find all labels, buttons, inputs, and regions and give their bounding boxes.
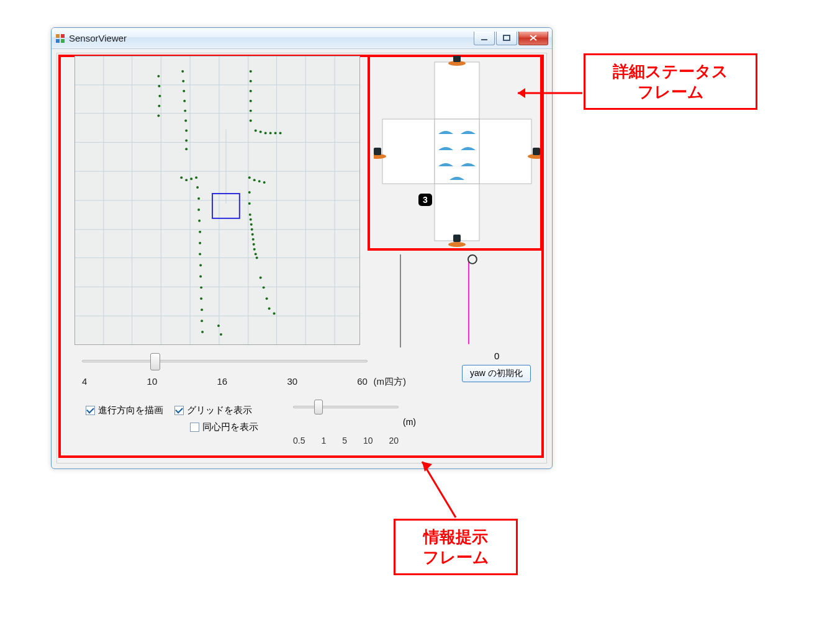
svg-point-41: [185, 148, 187, 150]
svg-point-83: [252, 238, 255, 241]
svg-point-88: [260, 276, 262, 279]
circle-slider-unit: (m): [403, 417, 416, 427]
svg-point-56: [200, 297, 202, 300]
checkbox-show-grid[interactable]: グリッドを表示: [174, 405, 252, 416]
svg-rect-95: [435, 62, 479, 119]
svg-point-79: [250, 218, 252, 221]
circle-slider-thumb[interactable]: [314, 400, 323, 414]
svg-point-102: [448, 242, 466, 247]
svg-rect-97: [382, 119, 435, 184]
svg-point-85: [253, 248, 256, 251]
svg-point-40: [185, 139, 187, 141]
svg-point-42: [180, 176, 183, 179]
svg-point-28: [157, 75, 160, 78]
svg-point-39: [185, 129, 187, 132]
svg-point-29: [158, 85, 160, 87]
circle-tick: 5: [342, 436, 347, 446]
svg-point-86: [255, 253, 257, 256]
maximize-button[interactable]: [496, 32, 517, 45]
yaw-canvas: [400, 254, 536, 347]
svg-point-64: [250, 110, 252, 112]
svg-point-50: [199, 231, 201, 233]
svg-point-30: [158, 95, 161, 97]
status-panel: 3: [374, 56, 540, 248]
svg-point-74: [258, 180, 261, 182]
svg-point-68: [264, 132, 267, 134]
svg-rect-99: [435, 119, 479, 184]
callout-status-frame: 詳細ステータス フレーム: [584, 53, 757, 110]
callout-info-frame: 情報提示 フレーム: [394, 519, 518, 575]
svg-line-114: [422, 462, 456, 517]
callout-text: フレーム: [595, 82, 746, 102]
svg-point-34: [182, 80, 184, 83]
circle-tick: 10: [363, 436, 373, 446]
app-icon: [55, 34, 65, 43]
titlebar[interactable]: SensorViewer: [52, 28, 552, 49]
svg-rect-96: [435, 184, 479, 241]
checkbox-label: グリッドを表示: [187, 405, 252, 416]
svg-point-54: [199, 275, 202, 277]
svg-point-91: [268, 307, 271, 310]
range-slider[interactable]: [82, 355, 368, 372]
svg-point-53: [199, 264, 202, 267]
svg-point-43: [185, 179, 187, 181]
callout-text: 情報提示: [405, 527, 506, 547]
client-area: 4 10 16 30 60 (m四方) 進行方向を描画 グリッドを表示 同心円を…: [56, 53, 547, 464]
minimize-button[interactable]: [474, 32, 495, 45]
svg-point-73: [253, 179, 256, 181]
svg-point-57: [201, 308, 203, 311]
svg-point-48: [197, 208, 200, 211]
svg-point-31: [158, 105, 160, 107]
scan-map-panel[interactable]: [75, 56, 360, 345]
svg-point-32: [157, 115, 160, 117]
svg-point-46: [196, 186, 199, 189]
svg-point-37: [184, 110, 186, 112]
svg-point-90: [266, 297, 268, 300]
svg-point-111: [468, 255, 477, 264]
svg-point-75: [263, 181, 266, 184]
window-title: SensorViewer: [69, 33, 127, 43]
circle-tick: 20: [389, 436, 399, 446]
svg-point-59: [201, 331, 204, 333]
range-slider-row: 4 10 16 30 60 (m四方): [82, 355, 368, 398]
range-tick: 4: [82, 376, 87, 387]
range-tick: 30: [287, 376, 297, 387]
circle-slider-labels: 0.5 1 5 10 20: [293, 436, 399, 446]
checkbox-show-circles[interactable]: 同心円を表示: [190, 421, 258, 433]
svg-point-78: [249, 213, 251, 216]
close-button[interactable]: [518, 32, 548, 45]
svg-point-72: [248, 176, 251, 179]
status-number-badge: 3: [418, 194, 432, 206]
svg-rect-4: [481, 39, 487, 40]
app-window: SensorViewer: [51, 27, 553, 469]
svg-point-60: [250, 70, 252, 73]
yaw-init-button[interactable]: yaw の初期化: [462, 365, 531, 382]
svg-point-51: [199, 242, 201, 244]
svg-point-76: [248, 191, 251, 194]
svg-point-92: [273, 312, 276, 315]
svg-point-84: [253, 243, 255, 246]
range-tick: 16: [217, 376, 227, 387]
range-slider-labels: 4 10 16 30 60: [82, 376, 368, 387]
svg-point-89: [263, 286, 265, 289]
checkbox-label: 進行方向を描画: [98, 405, 163, 416]
circle-tick: 1: [321, 436, 326, 446]
checkbox-icon: [174, 406, 184, 415]
checkbox-label: 同心円を表示: [202, 421, 258, 433]
svg-rect-107: [533, 148, 540, 155]
svg-point-55: [200, 286, 202, 289]
svg-point-82: [251, 233, 254, 236]
checkbox-icon: [86, 406, 95, 415]
svg-text:3: 3: [423, 195, 428, 205]
yaw-panel: 0 yaw の初期化: [400, 254, 536, 376]
svg-point-81: [251, 228, 253, 231]
svg-point-65: [250, 120, 252, 122]
svg-point-44: [190, 177, 192, 180]
range-slider-thumb[interactable]: [150, 353, 160, 370]
checkbox-draw-direction[interactable]: 進行方向を描画: [86, 405, 163, 416]
svg-rect-105: [374, 148, 381, 155]
svg-point-94: [220, 333, 222, 336]
svg-rect-103: [453, 235, 461, 242]
svg-point-47: [197, 197, 200, 200]
circle-spacing-slider[interactable]: 0.5 1 5 10 20 (m): [293, 402, 399, 446]
